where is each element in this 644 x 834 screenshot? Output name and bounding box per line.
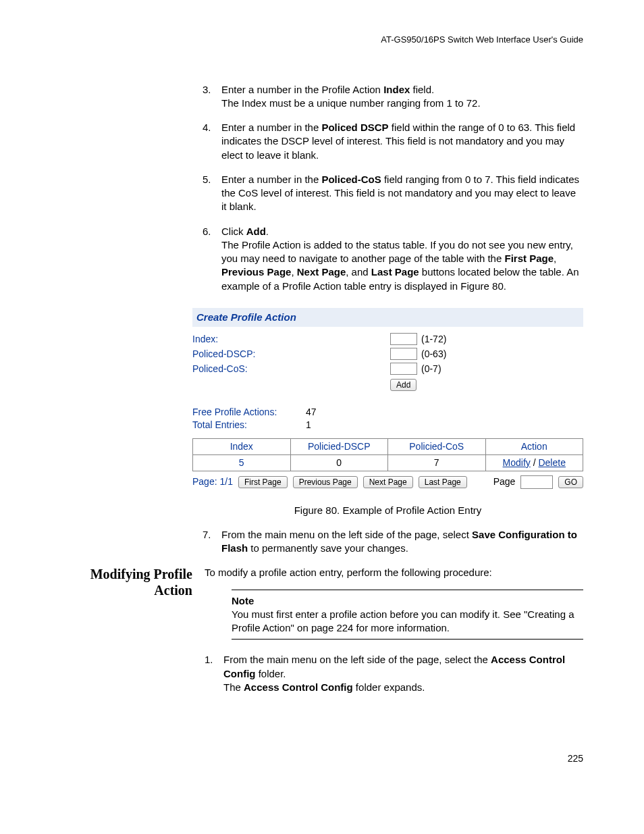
section-modifying: Modifying Profile Action To modify a pro… [74,566,583,705]
hint: (0-63) [421,348,446,361]
hint: (1-72) [421,333,446,346]
step-number: 3. [203,83,221,111]
t: Previous Page [221,266,291,278]
step-body: From the main menu on the left side of t… [221,528,583,556]
policed-cos-input[interactable] [390,363,417,375]
note-label: Note [232,594,583,608]
page-input[interactable] [520,475,553,489]
form-row-index: Index: (1-72) [192,333,583,346]
step-body: Click Add. The Profile Action is added t… [221,225,583,293]
cell-cos: 7 [388,454,486,471]
free-actions-label: Free Profile Actions: [192,406,306,419]
t: , and [346,266,371,278]
step-number: 1. [205,653,223,694]
t: Next Page [297,266,346,278]
t: Click [221,226,246,237]
t: to permanently save your changes. [248,542,408,554]
table-row: 5 0 7 Modify / Delete [193,454,583,471]
modify-link[interactable]: Modify [503,457,531,468]
hint: (0-7) [421,363,441,375]
total-entries-value: 1 [306,419,311,432]
profile-action-table: Index Policied-DSCP Policied-CoS Action … [192,438,583,471]
next-page-button[interactable]: Next Page [363,476,413,488]
free-actions-value: 47 [306,406,317,419]
t: From the main menu on the left side of t… [221,529,472,540]
t: The [223,681,244,693]
form-row-dscp: Policed-DSCP: (0-63) [192,348,583,361]
t: field. [410,84,434,95]
last-page-button[interactable]: Last Page [419,476,467,488]
label: Policed-CoS: [192,363,390,375]
step-body: Enter a number in the Policed DSCP field… [221,121,583,162]
steps-list-2: 7. From the main menu on the left side o… [203,528,583,556]
t: From the main menu on the left side of t… [223,654,491,665]
t: Enter a number in the Profile Action [221,84,383,95]
page-indicator: Page: 1/1 [192,475,233,488]
step-number: 6. [203,225,221,293]
step-5: 5. Enter a number in the Policed-CoS fie… [203,173,583,214]
page-label: Page [493,475,516,488]
col-index: Index [193,438,291,454]
index-input[interactable] [390,333,417,345]
t: folder expands. [353,681,425,693]
step-7: 7. From the main menu on the left side o… [203,528,583,556]
first-page-button[interactable]: First Page [238,476,288,488]
figure-screenshot: Create Profile Action Index: (1-72) Poli… [192,308,583,489]
t: First Page [504,253,554,264]
col-action: Action [485,438,583,454]
t: Last Page [371,266,419,278]
step-body: From the main menu on the left side of t… [223,653,583,694]
t: Enter a number in the [221,122,321,133]
t: The Index must be a unique number rangin… [221,97,481,109]
page-header: AT-GS950/16PS Switch Web Interface User'… [74,34,583,46]
step-number: 4. [203,121,221,162]
policed-dscp-input[interactable] [390,348,417,360]
col-dscp: Policied-DSCP [290,438,388,454]
delete-link[interactable]: Delete [538,457,565,468]
stats: Free Profile Actions: 47 Total Entries: … [192,406,583,432]
step-4: 4. Enter a number in the Policed DSCP fi… [203,121,583,162]
t: Policed-CoS [321,174,381,185]
section-body: To modify a profile action entry, perfor… [205,566,583,705]
figure-caption: Figure 80. Example of Profile Action Ent… [192,504,583,517]
section-intro: To modify a profile action entry, perfor… [205,566,583,579]
step-number: 5. [203,173,221,214]
cell-dscp: 0 [290,454,388,471]
label: Policed-DSCP: [192,348,390,361]
sep: / [531,457,539,468]
t: Index [383,84,410,95]
t: , [554,253,556,264]
section-heading: Modifying Profile Action [74,566,205,598]
note-box: Note You must first enter a profile acti… [232,590,583,640]
step-number: 7. [203,528,221,556]
step-6: 6. Click Add. The Profile Action is adde… [203,225,583,293]
add-button[interactable]: Add [390,379,417,391]
panel-title: Create Profile Action [192,308,583,327]
cell-index: 5 [193,454,291,471]
step-3: 3. Enter a number in the Profile Action … [203,83,583,111]
total-entries-label: Total Entries: [192,419,306,432]
t: folder. [255,668,286,679]
step-body: Enter a number in the Policed-CoS field … [221,173,583,214]
mod-step-1: 1. From the main menu on the left side o… [205,653,583,694]
page-number: 225 [74,752,583,765]
cell-action: Modify / Delete [485,454,583,471]
t: , [291,266,296,278]
table-header-row: Index Policied-DSCP Policied-CoS Action [193,438,583,454]
t: Add [246,226,266,237]
steps-list: 3. Enter a number in the Profile Action … [203,83,583,293]
label: Index: [192,333,390,346]
t: Access Control Config [244,681,353,693]
pager: Page: 1/1 First Page Previous Page Next … [192,475,583,489]
col-cos: Policied-CoS [388,438,486,454]
note-body: You must first enter a profile action be… [232,608,583,635]
go-button[interactable]: GO [558,476,583,488]
previous-page-button[interactable]: Previous Page [293,476,358,488]
t: . [266,226,269,237]
step-body: Enter a number in the Profile Action Ind… [221,83,583,111]
form-row-cos: Policed-CoS: (0-7) [192,363,583,375]
t: Policed DSCP [321,122,388,133]
t: Enter a number in the [221,174,321,185]
